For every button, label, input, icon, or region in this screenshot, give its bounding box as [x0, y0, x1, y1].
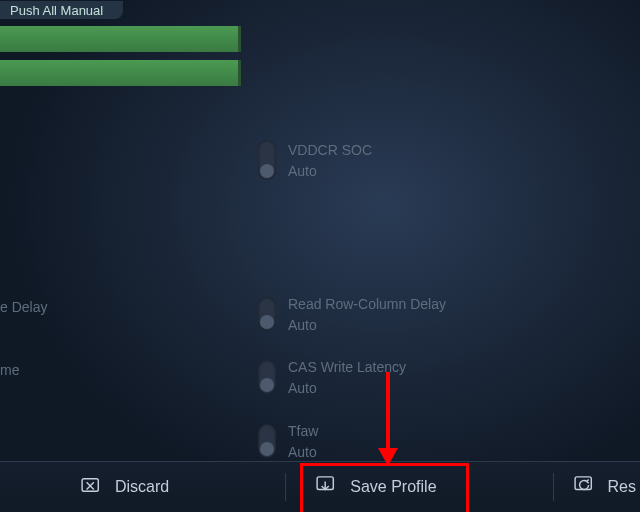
toggle-vddcr-soc[interactable] [258, 140, 276, 180]
tab-label: Push All Manual [10, 3, 103, 18]
setting-label: Tfaw [288, 422, 318, 442]
bar-1-fill [0, 26, 241, 52]
bars-area [0, 26, 254, 94]
reset-label-fragment: Res [608, 478, 636, 496]
footer-divider-1 [285, 473, 286, 501]
tab-bar: Push All Manual [0, 0, 640, 20]
setting-value: Auto [288, 444, 318, 460]
setting-tfaw: Tfaw Auto [258, 422, 318, 460]
cut-left-me: me [0, 362, 19, 378]
svg-rect-2 [575, 477, 591, 490]
toggle-read-rc[interactable] [258, 297, 276, 331]
setting-label: CAS Write Latency [288, 358, 406, 378]
reset-button-partial[interactable]: Res [558, 466, 640, 508]
bar-1-tail [241, 26, 254, 52]
save-icon [316, 476, 338, 498]
reset-icon [574, 476, 596, 498]
cut-left-e-delay: e Delay [0, 299, 47, 315]
setting-read-row-column-delay: Read Row-Column Delay Auto [258, 295, 446, 333]
footer-divider-2 [553, 473, 554, 501]
discard-label: Discard [115, 478, 169, 496]
setting-vddcr-soc: VDDCR SOC Auto [258, 140, 372, 180]
setting-value: Auto [288, 380, 406, 396]
setting-value: Auto [288, 317, 446, 333]
bar-row-1[interactable] [0, 26, 254, 52]
footer-bar: Discard Save Profile Res [0, 461, 640, 512]
bar-2-tail [241, 60, 254, 86]
bar-row-2[interactable] [0, 60, 254, 86]
setting-label: Read Row-Column Delay [288, 295, 446, 315]
tab-push-all-manual[interactable]: Push All Manual [0, 1, 123, 19]
setting-cas-write-latency: CAS Write Latency Auto [258, 358, 406, 396]
bar-2-fill [0, 60, 241, 86]
toggle-cas-wl[interactable] [258, 360, 276, 394]
root: Push All Manual VDDCR SOC Auto Read Row-… [0, 0, 640, 512]
save-profile-button[interactable]: Save Profile [300, 466, 452, 508]
setting-value: Auto [288, 163, 372, 179]
setting-label: VDDCR SOC [288, 141, 372, 161]
discard-button[interactable]: Discard [65, 466, 185, 508]
save-profile-label: Save Profile [350, 478, 436, 496]
toggle-tfaw[interactable] [258, 424, 276, 458]
discard-icon [81, 476, 103, 498]
